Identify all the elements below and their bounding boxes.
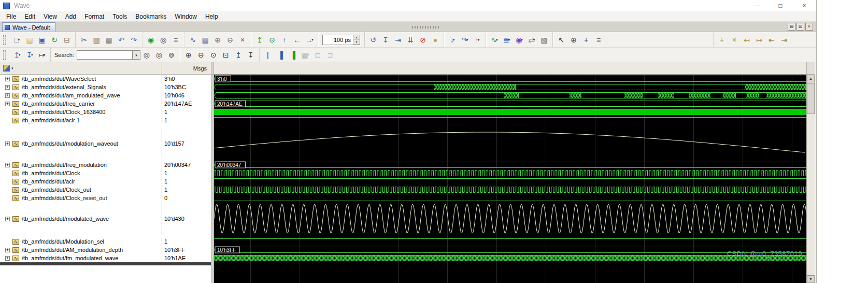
show-dataflow-button[interactable]: ▧ [538,34,550,46]
names-column-header[interactable]: ▾ [0,62,162,74]
grid-options-button[interactable]: ▦▾ [299,49,311,61]
waveform-row[interactable]: 20'h00347 [214,161,806,169]
expand-button[interactable]: + [5,102,10,106]
prev-transition-button[interactable]: ↤ [741,34,753,46]
zoom-in-button[interactable]: ⊕ [182,49,195,61]
step-into-button[interactable]: ↓▾ [446,34,459,46]
zoom-full-button[interactable]: ⊙ [207,49,220,61]
waveform-row[interactable] [214,129,806,159]
scroll-thumb[interactable] [807,83,815,114]
signal-row[interactable]: +∿/tb_amfmdds/dut/AM_modulation_depth10'… [0,246,211,254]
forward-button[interactable]: →▾ [303,34,316,46]
tab-drag-handle[interactable] [412,26,439,29]
reload-button[interactable]: ↻ [48,34,61,46]
signal-row[interactable]: ∿/tb_amfmdds/dut/Clock_16384001 [0,108,211,116]
zoom-out-button[interactable]: ⊖ [195,49,207,61]
wave-pane[interactable]: 3'h020'h147AE20'h0034710'h3FF CSDN @m0_7… [214,75,806,283]
waveform-row[interactable]: 3'h0 [214,75,806,83]
format-logic-button[interactable]: ▐ [274,49,287,61]
signal-row[interactable]: ∿/tb_amfmdds/dut/Clock_reset_out0 [0,194,211,202]
signal-row[interactable]: +∿/tb_amfmdds/dut/modulation_waveout10'd… [0,129,211,159]
edit-grid-button[interactable]: ▦ [199,34,211,46]
prev-edge-button[interactable]: ⇤ [765,34,778,46]
pane-minimize-button[interactable]: ⊟ [788,23,795,31]
time-spin-up-button[interactable]: ▴ [353,35,360,40]
minimize-button[interactable]: — [745,0,769,11]
insert-cursor-button[interactable]: + [716,34,728,46]
step-out-button[interactable]: ↑▾ [471,34,483,46]
menu-item-edit[interactable]: Edit [20,12,39,21]
combine-signals-button[interactable]: ⊕ [211,34,224,46]
time-input[interactable] [323,37,353,43]
cut-button[interactable]: ✂ [78,34,90,46]
open-file-button[interactable]: ▤ [23,34,36,46]
vertical-scrollbar[interactable]: ▲ ▼ [806,75,815,283]
follow-event-button[interactable]: ↦▾ [36,49,48,61]
menu-item-tools[interactable]: Tools [108,12,131,21]
tab-wave-default[interactable]: Wave - Default [2,22,55,32]
menu-item-help[interactable]: Help [201,12,222,21]
maximize-button[interactable]: □ [769,0,792,11]
redo-button[interactable]: ↷ [127,34,140,46]
edit-mode-button[interactable]: ≡ [592,34,605,46]
environment-button[interactable]: ≡ [169,34,182,46]
signal-row[interactable]: +∿/tb_amfmdds/dut/modulated_wave10'd430 [0,202,211,235]
break-button[interactable]: ⊘ [417,34,429,46]
waveform-row[interactable]: 10'h3FF [214,246,806,254]
expand-button[interactable]: + [5,163,10,167]
pan-mode-button[interactable]: + [580,34,592,46]
delete-cursor-button[interactable]: × [728,34,741,46]
select-mode-button[interactable]: ↖ [555,34,567,46]
toolbar-gripper[interactable] [3,35,6,45]
zoom-mode-button[interactable]: ⊕ [567,34,580,46]
show-drivers-button[interactable]: ↥▾ [11,49,23,61]
add-to-log-button[interactable]: ◉▾ [513,34,525,46]
find-next-button[interactable]: ◎ [153,49,165,61]
new-file-button[interactable]: □▾ [11,34,23,46]
signal-row[interactable]: +∿/tb_amfmdds/dut/am_modulated_wave10'h0… [0,91,211,100]
close-button[interactable]: × [792,0,816,11]
collapse-groups-button[interactable]: ⊐ [324,49,336,61]
waveform-row[interactable] [214,83,806,91]
waveform-row[interactable] [214,202,806,235]
show-readers-button[interactable]: ↧▾ [23,49,36,61]
signal-row[interactable]: +∿/tb_amfmdds/dut/extenal_Signals10'h3BC [0,83,211,91]
search-input[interactable] [77,50,133,60]
signal-row[interactable]: +∿/tb_amfmdds/dut/WaveSelect3'h0 [0,75,211,83]
signal-row[interactable]: ∿/tb_amfmdds/dut/Clock1 [0,169,211,177]
values-column-header[interactable]: Msgs [162,62,211,74]
menu-item-file[interactable]: File [2,12,20,21]
next-transition-button[interactable]: ↦ [753,34,765,46]
time-spin-down-button[interactable]: ▾ [353,40,360,45]
expand-button[interactable]: + [5,142,10,146]
signal-row[interactable]: +∿/tb_amfmdds/dut/freq_modulation20'h003… [0,161,211,169]
step-over-button[interactable]: ↷▾ [459,34,471,46]
compile-button[interactable]: ◉ [145,34,157,46]
expand-groups-button[interactable]: ⊏ [311,49,324,61]
print-button[interactable]: ⊟ [61,34,73,46]
continue-run-button[interactable]: ⇥ [392,34,404,46]
format-analog-button[interactable]: ▐ [287,49,299,61]
menu-item-bookmarks[interactable]: Bookmarks [131,12,170,21]
search-dropdown-button[interactable]: ▾ [133,50,140,60]
signal-row[interactable]: +∿/tb_amfmdds/dut/freq_carrier20'h147AE [0,100,211,108]
restart-button[interactable]: ↺ [367,34,379,46]
zoom-cursor-button[interactable]: ↥ [232,49,245,61]
signal-row[interactable]: ∿/tb_amfmdds/dut/Modulation_sel1 [0,237,211,246]
next-edge-button[interactable]: ⇥ [778,34,790,46]
waveform-row[interactable] [214,169,806,177]
up-context-button[interactable]: ↑ [278,34,291,46]
waveform-row[interactable] [214,116,806,124]
find-button[interactable]: ◎ [157,34,169,46]
run-all-button[interactable]: ⇊ [404,34,417,46]
toolbar-gripper[interactable] [3,50,6,60]
menu-item-add[interactable]: Add [61,12,80,21]
scroll-up-button[interactable]: ▲ [807,75,815,82]
paste-button[interactable]: ▦ [103,34,115,46]
signal-row[interactable]: ∿/tb_amfmdds/dut/aclr1 [0,177,211,186]
menu-item-format[interactable]: Format [80,12,108,21]
save-button[interactable]: ▣ [36,34,48,46]
expand-button[interactable]: + [5,217,10,221]
pane-close-button[interactable]: × [805,23,813,31]
split-signals-button[interactable]: ⊖ [224,34,236,46]
